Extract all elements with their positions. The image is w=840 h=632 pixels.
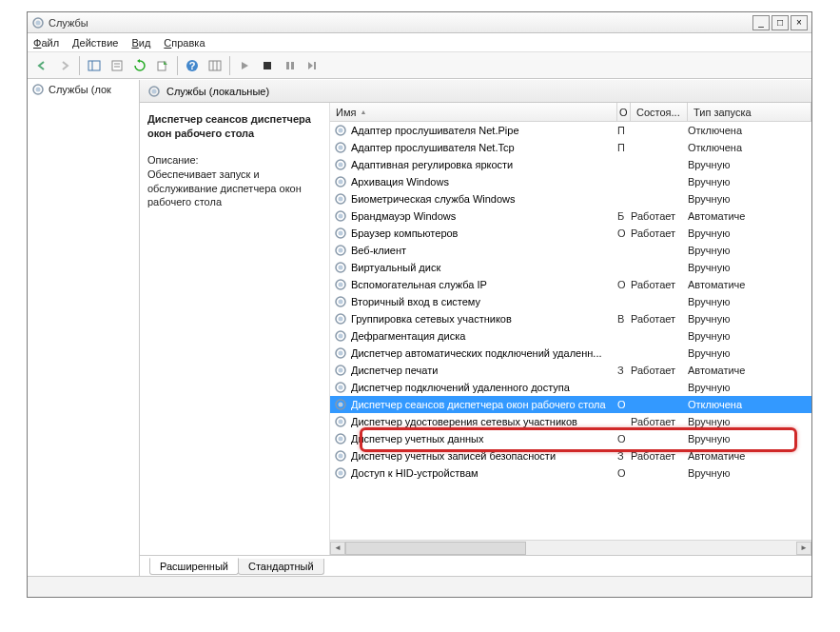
restart-service-button[interactable] [303, 55, 323, 76]
gear-icon [334, 158, 347, 171]
service-startup: Вручную [688, 176, 811, 188]
service-startup: Отключена [688, 399, 811, 410]
service-desc-char: О [617, 467, 631, 479]
service-row[interactable]: Вспомогательная служба IPОРаботаетАвтома… [330, 276, 811, 293]
service-startup: Вручную [688, 416, 811, 427]
gear-icon [334, 466, 347, 480]
help-button[interactable]: ? [182, 55, 203, 76]
service-startup: Вручную [688, 227, 811, 239]
column-status[interactable]: Состоя... [631, 103, 688, 121]
services-list: Имя О Состоя... Тип запуска Адаптер прос… [330, 103, 811, 555]
service-row[interactable]: Адаптер прослушивателя Net.TcpПОтключена [330, 139, 811, 156]
content-header: Службы (локальные) [140, 80, 811, 103]
svg-point-24 [339, 146, 343, 150]
service-name: Архивация Windows [351, 176, 449, 188]
scroll-left-button[interactable]: ◄ [330, 542, 345, 555]
gear-icon [334, 398, 347, 411]
scroll-right-button[interactable]: ► [796, 542, 811, 555]
horizontal-scrollbar[interactable]: ◄ ► [330, 540, 811, 555]
service-startup: Автоматиче [688, 279, 811, 290]
svg-point-46 [339, 334, 343, 339]
gear-icon [334, 227, 347, 240]
service-row[interactable]: Дефрагментация дискаВручную [330, 327, 811, 345]
start-service-button[interactable] [234, 55, 255, 76]
service-name: Диспетчер учетных записей безопасности [351, 450, 556, 462]
service-desc-char: З [617, 365, 631, 376]
service-row[interactable]: Веб-клиентВручную [330, 242, 811, 259]
menu-help[interactable]: Справка [164, 37, 205, 49]
column-startup[interactable]: Тип запуска [688, 103, 811, 121]
tree-node-label: Службы (лок [49, 84, 111, 95]
service-row[interactable]: Архивация WindowsВручную [330, 173, 811, 190]
svg-point-42 [339, 300, 343, 305]
minimize-button[interactable]: _ [752, 15, 770, 30]
service-status: Работает [631, 227, 688, 239]
column-description[interactable]: О [617, 103, 631, 121]
service-row[interactable]: Брандмауэр WindowsБРаботаетАвтоматиче [330, 207, 811, 225]
service-startup: Вручную [688, 193, 811, 205]
stop-service-button[interactable] [257, 55, 278, 76]
svg-point-62 [339, 471, 343, 476]
gear-icon [334, 261, 347, 274]
scroll-thumb[interactable] [345, 542, 526, 555]
service-row[interactable]: Группировка сетевых участниковВРаботаетВ… [330, 310, 811, 327]
service-startup: Вручную [688, 313, 811, 325]
description-label: Описание: [147, 154, 322, 166]
service-startup: Вручную [688, 159, 811, 170]
maximize-button[interactable]: □ [772, 15, 789, 30]
service-row[interactable]: Адаптивная регулировка яркостиВручную [330, 156, 811, 173]
content-title: Службы (локальные) [166, 86, 269, 97]
service-row[interactable]: Диспетчер подключений удаленного доступа… [330, 379, 811, 396]
window-title: Службы [49, 17, 751, 29]
service-row[interactable]: Диспетчер сеансов диспетчера окон рабоче… [330, 396, 811, 413]
tab-extended[interactable]: Расширенный [149, 558, 239, 575]
service-row[interactable]: Диспетчер учетных записей безопасностиЗР… [330, 447, 811, 464]
service-row[interactable]: Адаптер прослушивателя Net.PipeПОтключен… [330, 122, 811, 139]
service-row[interactable]: Браузер компьютеровОРаботаетВручную [330, 225, 811, 242]
gear-icon [334, 175, 347, 188]
service-row[interactable]: Доступ к HID-устройствамОВручную [330, 464, 811, 482]
forward-button[interactable] [54, 55, 75, 76]
columns-button[interactable] [205, 55, 225, 76]
close-button[interactable]: × [791, 15, 808, 30]
svg-point-26 [339, 163, 343, 168]
menu-action[interactable]: Действие [72, 37, 118, 49]
export-button[interactable] [152, 55, 173, 76]
gear-icon [147, 85, 161, 98]
gear-icon [334, 381, 347, 394]
service-row[interactable]: Вторичный вход в системуВручную [330, 293, 811, 310]
tree-node-services[interactable]: Службы (лок [28, 80, 139, 99]
service-row[interactable]: Диспетчер учетных данныхОВручную [330, 430, 811, 447]
refresh-button[interactable] [129, 55, 150, 76]
service-row[interactable]: Диспетчер печатиЗРаботаетАвтоматиче [330, 362, 811, 379]
service-startup: Вручную [688, 296, 811, 307]
service-startup: Вручную [688, 330, 811, 342]
menu-view[interactable]: Вид [131, 37, 150, 49]
svg-rect-4 [112, 61, 122, 70]
service-row[interactable]: Биометрическая служба WindowsВручную [330, 190, 811, 207]
column-name[interactable]: Имя [330, 103, 617, 121]
titlebar[interactable]: Службы _ □ × [28, 12, 811, 33]
service-name: Диспетчер учетных данных [351, 433, 484, 444]
service-row[interactable]: Диспетчер автоматических подключений уда… [330, 345, 811, 362]
tab-standard[interactable]: Стандартный [238, 559, 324, 575]
pause-service-button[interactable] [280, 55, 301, 76]
gear-icon [334, 312, 347, 326]
svg-point-22 [339, 128, 343, 133]
service-row[interactable]: Диспетчер удостоверения сетевых участник… [330, 413, 811, 430]
menu-file[interactable]: Файл [33, 37, 59, 49]
service-status: Работает [631, 313, 688, 325]
service-desc-char: З [617, 450, 631, 462]
gear-icon [334, 295, 347, 308]
service-startup: Вручную [688, 262, 811, 273]
svg-point-1 [36, 20, 41, 25]
gear-icon [334, 192, 347, 206]
back-button[interactable] [31, 55, 52, 76]
show-hide-tree-button[interactable] [84, 55, 105, 76]
svg-rect-15 [291, 62, 294, 69]
service-name: Вспомогательная служба IP [351, 279, 487, 290]
service-row[interactable]: Виртуальный дискВручную [330, 259, 811, 276]
service-name: Диспетчер подключений удаленного доступа [351, 382, 570, 393]
properties-button[interactable] [107, 55, 127, 76]
service-name: Диспетчер печати [351, 365, 438, 376]
